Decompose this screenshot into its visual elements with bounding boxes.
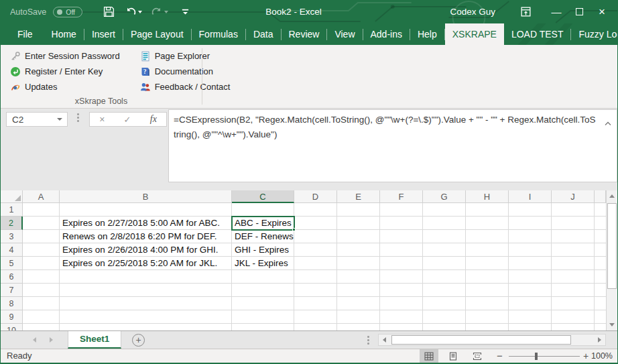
horizontal-scroll-thumb[interactable] [391, 335, 571, 345]
tab-insert[interactable]: Insert [84, 23, 123, 45]
save-icon[interactable] [101, 4, 116, 20]
column-header-i[interactable]: I [509, 190, 552, 203]
tab-help[interactable]: Help [410, 23, 444, 45]
tab-area-resize-handle[interactable] [367, 336, 369, 345]
fill-handle[interactable] [292, 228, 296, 231]
column-header-e[interactable]: E [337, 190, 380, 203]
ribbon-button-label: Documentation [155, 66, 213, 76]
name-box-dropdown-caret[interactable] [57, 118, 62, 121]
horizontal-scrollbar[interactable] [378, 334, 606, 346]
column-header-b[interactable]: B [60, 190, 232, 203]
tab-load-test[interactable]: LOAD TEST [504, 23, 571, 45]
column-header-g[interactable]: G [423, 190, 466, 203]
next-sheet-icon[interactable] [50, 337, 53, 343]
normal-view-button[interactable] [420, 349, 438, 363]
cell-C5[interactable]: JKL - Expires [232, 257, 294, 270]
zoom-in-button[interactable]: + [583, 351, 589, 361]
close-button[interactable]: × [591, 0, 613, 23]
zoom-slider-handle[interactable] [535, 353, 538, 360]
row-header-4[interactable]: 4 [1, 243, 23, 257]
collapse-formula-bar-icon[interactable] [603, 118, 613, 129]
row-header-1[interactable]: 1 [1, 203, 23, 217]
redo-icon[interactable] [151, 4, 168, 20]
cell-C4[interactable]: GHI - Expires [232, 243, 294, 257]
minimize-button[interactable]: — [545, 0, 568, 23]
column-header-filler [595, 190, 606, 203]
register-enter-key-button[interactable]: Register / Enter Key [5, 64, 125, 79]
tab-xskrape[interactable]: XSKRAPE [445, 23, 504, 45]
row-header-3[interactable]: 3 [1, 230, 23, 243]
new-sheet-button[interactable]: + [132, 334, 145, 347]
ribbon-tab-bar: FileHomeInsertPage LayoutFormulasDataRev… [1, 23, 617, 45]
scroll-right-icon[interactable] [594, 335, 605, 345]
previous-sheet-icon[interactable] [33, 337, 36, 343]
autosave-toggle[interactable]: Off [53, 7, 82, 17]
tab-view[interactable]: View [327, 23, 362, 45]
row-header-6[interactable]: 6 [1, 270, 23, 284]
tab-add-ins[interactable]: Add-ins [363, 23, 410, 45]
undo-dropdown-caret[interactable] [138, 11, 142, 13]
sheet-tab-sheet1[interactable]: Sheet1 [68, 331, 121, 349]
tab-home[interactable]: Home [44, 23, 84, 45]
ribbon-tabs: FileHomeInsertPage LayoutFormulasDataRev… [6, 23, 618, 45]
column-header-f[interactable]: F [380, 190, 423, 203]
enter-session-password-button[interactable]: Enter Session Password [5, 48, 125, 64]
insert-function-icon[interactable]: fx [150, 114, 157, 125]
formula-bar: C2 × ✓ fx =CSExpression(B2, "Regex.Match… [1, 109, 617, 190]
tab-file[interactable]: File [6, 23, 44, 45]
zoom-level[interactable]: 100% [591, 351, 613, 361]
gridline [551, 203, 552, 330]
row-header-8[interactable]: 8 [1, 297, 23, 310]
cell-B2[interactable]: Expires on 2/27/2018 5:00 AM for ABC. [60, 217, 232, 230]
undo-icon[interactable] [125, 4, 142, 20]
cell-C2[interactable]: ABC - Expires [232, 217, 294, 230]
status-bar: Ready − + 100% [1, 349, 617, 364]
cell-C3[interactable]: DEF - Renews [232, 230, 294, 243]
row-header-10[interactable]: 10 [1, 324, 23, 330]
name-box[interactable]: C2 [6, 112, 68, 127]
sheet-tab-bar: Sheet1 + [1, 330, 617, 349]
maximize-button[interactable] [568, 0, 591, 23]
scroll-up-icon[interactable] [607, 190, 617, 202]
status-text: Ready [7, 351, 32, 361]
row-header-2[interactable]: 2 [1, 217, 23, 230]
tab-page-layout[interactable]: Page Layout [123, 23, 191, 45]
tab-formulas[interactable]: Formulas [192, 23, 245, 45]
formula-input[interactable]: =CSExpression(B2, "Regex.Match(cell.ToSt… [168, 109, 617, 182]
feedback-contact-button[interactable]: Feedback / Contact [135, 79, 236, 95]
scroll-down-icon[interactable] [607, 319, 617, 330]
column-header-h[interactable]: H [466, 190, 509, 203]
updates-button[interactable]: Updates [5, 79, 125, 95]
redo-dropdown-caret[interactable] [164, 11, 168, 13]
zoom-out-button[interactable]: − [497, 350, 503, 361]
column-header-c[interactable]: C [232, 190, 294, 203]
cell-B3[interactable]: Renews on 2/8/2018 6:20 PM for DEF. [60, 230, 232, 243]
customize-quick-access-toolbar-icon[interactable] [178, 4, 192, 20]
cell-B4[interactable]: Expires on 2/26/2018 4:00 PM for GHI. [60, 243, 232, 257]
page-break-preview-button[interactable] [468, 349, 487, 363]
cell-B5[interactable]: Expires on 2/25/2018 5:20 AM for JKL. [60, 257, 232, 270]
vertical-scroll-thumb[interactable] [607, 203, 617, 289]
scroll-left-icon[interactable] [379, 335, 390, 345]
tab-fuzzy-looku[interactable]: Fuzzy Looku [571, 23, 618, 45]
formula-bar-resize-handle[interactable] [77, 113, 79, 122]
row-header-5[interactable]: 5 [1, 257, 23, 270]
column-header-d[interactable]: D [294, 190, 337, 203]
row-header-9[interactable]: 9 [1, 310, 23, 324]
column-header-a[interactable]: A [23, 190, 60, 203]
enter-icon[interactable]: ✓ [124, 115, 131, 125]
row-header-7[interactable]: 7 [1, 284, 23, 297]
ribbon-display-options-icon[interactable] [518, 4, 533, 20]
tab-data[interactable]: Data [246, 23, 281, 45]
user-name[interactable]: Codex Guy [450, 7, 495, 17]
select-all-corner[interactable] [1, 190, 23, 203]
zoom-slider-track[interactable] [509, 356, 580, 357]
feedback-icon [140, 82, 151, 93]
tab-review[interactable]: Review [282, 23, 327, 45]
cancel-icon[interactable]: × [99, 114, 105, 125]
page-explorer-button[interactable]: Page Explorer [135, 48, 236, 64]
page-layout-view-button[interactable] [444, 349, 462, 363]
column-header-j[interactable]: J [552, 190, 595, 203]
documentation-button[interactable]: ?Documentation [135, 64, 236, 79]
vertical-scrollbar[interactable] [606, 190, 617, 330]
